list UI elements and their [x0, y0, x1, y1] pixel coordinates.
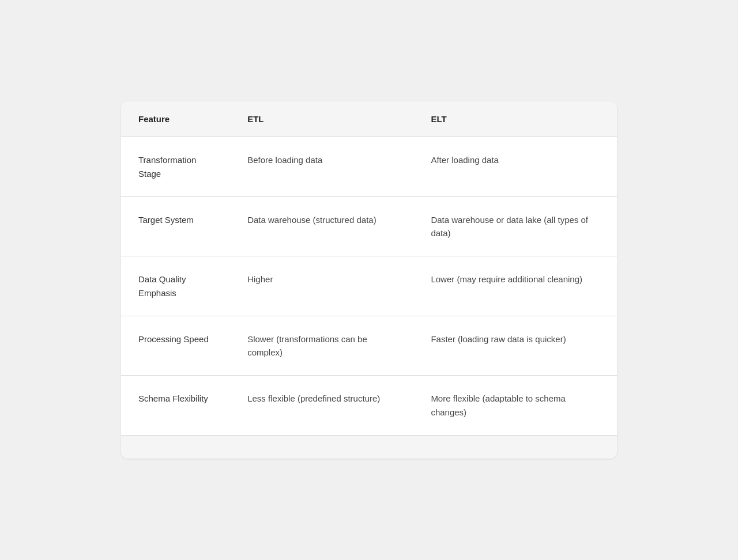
cell-feature: Transformation Stage [121, 137, 230, 197]
cell-elt: After loading data [413, 137, 617, 197]
cell-elt: Lower (may require additional cleaning) [413, 256, 617, 316]
cell-empty [413, 435, 617, 459]
cell-elt: Faster (loading raw data is quicker) [413, 316, 617, 376]
header-etl: ETL [230, 101, 413, 137]
cell-etl: Data warehouse (structured data) [230, 196, 413, 256]
cell-etl: Slower (transformations can be complex) [230, 316, 413, 376]
comparison-table-container: Feature ETL ELT Transformation StageBefo… [121, 101, 617, 459]
cell-etl: Before loading data [230, 137, 413, 197]
table-row: Data Quality EmphasisHigherLower (may re… [121, 256, 617, 316]
comparison-table: Feature ETL ELT Transformation StageBefo… [121, 101, 617, 459]
header-feature: Feature [121, 101, 230, 137]
cell-feature: Data Quality Emphasis [121, 256, 230, 316]
header-elt: ELT [413, 101, 617, 137]
cell-feature: Schema Flexibility [121, 376, 230, 436]
table-row: Schema FlexibilityLess flexible (predefi… [121, 376, 617, 436]
table-row: Target SystemData warehouse (structured … [121, 196, 617, 256]
cell-empty [121, 435, 230, 459]
table-header-row: Feature ETL ELT [121, 101, 617, 137]
cell-feature: Target System [121, 196, 230, 256]
cell-feature: Processing Speed [121, 316, 230, 376]
table-row: Processing SpeedSlower (transformations … [121, 316, 617, 376]
table-footer-row [121, 435, 617, 459]
cell-elt: Data warehouse or data lake (all types o… [413, 196, 617, 256]
cell-etl: Less flexible (predefined structure) [230, 376, 413, 436]
cell-etl: Higher [230, 256, 413, 316]
table-row: Transformation StageBefore loading dataA… [121, 137, 617, 197]
cell-empty [230, 435, 413, 459]
cell-elt: More flexible (adaptable to schema chang… [413, 376, 617, 436]
